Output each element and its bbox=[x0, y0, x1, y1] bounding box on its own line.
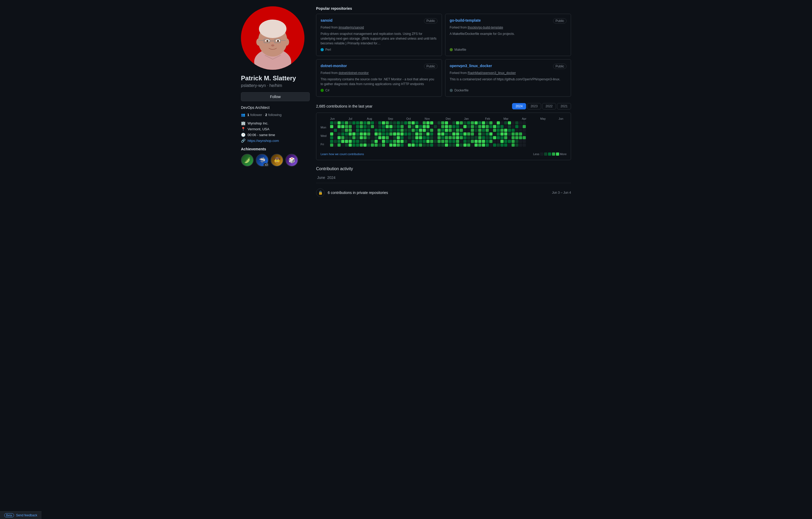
graph-cell-23-2[interactable] bbox=[415, 129, 418, 132]
graph-cell-25-1[interactable] bbox=[423, 125, 426, 128]
graph-cell-19-6[interactable] bbox=[401, 144, 404, 147]
achievement-badge-1[interactable]: 🫛 bbox=[241, 154, 254, 166]
graph-cell-6-5[interactable] bbox=[352, 140, 355, 143]
graph-cell-31-4[interactable] bbox=[445, 136, 448, 139]
graph-cell-48-1[interactable] bbox=[508, 125, 511, 128]
graph-cell-9-0[interactable] bbox=[364, 121, 367, 124]
graph-cell-8-4[interactable] bbox=[360, 136, 363, 139]
graph-cell-32-3[interactable] bbox=[448, 132, 452, 135]
graph-cell-28-3[interactable] bbox=[434, 132, 437, 135]
graph-cell-24-5[interactable] bbox=[419, 140, 422, 143]
graph-cell-11-6[interactable] bbox=[371, 144, 374, 147]
fork-link-sanoid[interactable]: jimsalterjrs/sanoid bbox=[339, 26, 364, 29]
graph-cell-50-1[interactable] bbox=[515, 125, 518, 128]
graph-cell-44-6[interactable] bbox=[493, 144, 496, 147]
graph-cell-29-3[interactable] bbox=[437, 132, 441, 135]
graph-cell-47-0[interactable] bbox=[504, 121, 507, 124]
graph-cell-46-3[interactable] bbox=[500, 132, 503, 135]
graph-cell-2-2[interactable] bbox=[338, 129, 341, 132]
following-link[interactable]: 2 bbox=[265, 113, 267, 117]
graph-cell-0-0[interactable] bbox=[330, 121, 333, 124]
graph-cell-3-4[interactable] bbox=[341, 136, 344, 139]
graph-cell-15-4[interactable] bbox=[386, 136, 389, 139]
graph-cell-25-2[interactable] bbox=[423, 129, 426, 132]
graph-cell-41-5[interactable] bbox=[482, 140, 485, 143]
graph-cell-1-6[interactable] bbox=[334, 144, 337, 147]
graph-cell-6-0[interactable] bbox=[352, 121, 355, 124]
graph-cell-20-2[interactable] bbox=[404, 129, 407, 132]
graph-cell-40-6[interactable] bbox=[478, 144, 482, 147]
graph-cell-25-0[interactable] bbox=[423, 121, 426, 124]
graph-cell-23-6[interactable] bbox=[415, 144, 418, 147]
graph-cell-29-0[interactable] bbox=[437, 121, 441, 124]
graph-cell-52-0[interactable] bbox=[523, 121, 526, 124]
graph-cell-52-6[interactable] bbox=[523, 144, 526, 147]
graph-cell-20-6[interactable] bbox=[404, 144, 407, 147]
graph-cell-33-6[interactable] bbox=[452, 144, 456, 147]
graph-cell-32-6[interactable] bbox=[448, 144, 452, 147]
fork-link-openvpn[interactable]: RaphMad/openvpn3_linux_docker bbox=[468, 71, 516, 75]
graph-cell-31-6[interactable] bbox=[445, 144, 448, 147]
graph-cell-18-2[interactable] bbox=[397, 129, 400, 132]
graph-cell-41-3[interactable] bbox=[482, 132, 485, 135]
graph-cell-9-1[interactable] bbox=[364, 125, 367, 128]
graph-cell-35-5[interactable] bbox=[460, 140, 463, 143]
graph-cell-30-0[interactable] bbox=[441, 121, 444, 124]
graph-cell-4-0[interactable] bbox=[345, 121, 348, 124]
graph-cell-29-2[interactable] bbox=[437, 129, 441, 132]
graph-cell-27-3[interactable] bbox=[430, 132, 433, 135]
graph-cell-11-0[interactable] bbox=[371, 121, 374, 124]
graph-cell-0-5[interactable] bbox=[330, 140, 333, 143]
achievement-badge-4[interactable]: 🎲 bbox=[285, 154, 298, 166]
graph-cell-33-1[interactable] bbox=[452, 125, 456, 128]
graph-cell-39-1[interactable] bbox=[474, 125, 478, 128]
graph-cell-23-3[interactable] bbox=[415, 132, 418, 135]
graph-cell-34-3[interactable] bbox=[456, 132, 459, 135]
graph-cell-34-5[interactable] bbox=[456, 140, 459, 143]
graph-cell-23-4[interactable] bbox=[415, 136, 418, 139]
graph-cell-26-1[interactable] bbox=[426, 125, 430, 128]
graph-cell-46-0[interactable] bbox=[500, 121, 503, 124]
graph-cell-14-6[interactable] bbox=[382, 144, 385, 147]
graph-cell-41-2[interactable] bbox=[482, 129, 485, 132]
graph-cell-50-2[interactable] bbox=[515, 129, 518, 132]
graph-cell-19-2[interactable] bbox=[401, 129, 404, 132]
graph-cell-3-0[interactable] bbox=[341, 121, 344, 124]
graph-cell-32-4[interactable] bbox=[448, 136, 452, 139]
graph-cell-42-1[interactable] bbox=[486, 125, 489, 128]
graph-cell-5-3[interactable] bbox=[349, 132, 352, 135]
graph-cell-13-1[interactable] bbox=[378, 125, 381, 128]
graph-cell-43-0[interactable] bbox=[489, 121, 492, 124]
graph-cell-50-0[interactable] bbox=[515, 121, 518, 124]
graph-cell-10-4[interactable] bbox=[367, 136, 370, 139]
graph-cell-10-6[interactable] bbox=[367, 144, 370, 147]
graph-cell-13-5[interactable] bbox=[378, 140, 381, 143]
graph-cell-23-0[interactable] bbox=[415, 121, 418, 124]
graph-cell-9-5[interactable] bbox=[364, 140, 367, 143]
graph-cell-46-1[interactable] bbox=[500, 125, 503, 128]
graph-cell-50-3[interactable] bbox=[515, 132, 518, 135]
graph-cell-47-2[interactable] bbox=[504, 129, 507, 132]
graph-cell-6-1[interactable] bbox=[352, 125, 355, 128]
graph-cell-21-5[interactable] bbox=[408, 140, 411, 143]
graph-cell-12-6[interactable] bbox=[375, 144, 378, 147]
graph-cell-23-1[interactable] bbox=[415, 125, 418, 128]
graph-cell-30-1[interactable] bbox=[441, 125, 444, 128]
graph-cell-11-5[interactable] bbox=[371, 140, 374, 143]
graph-cell-0-4[interactable] bbox=[330, 136, 333, 139]
year-btn-2022[interactable]: 2022 bbox=[542, 103, 556, 110]
graph-cell-1-2[interactable] bbox=[334, 129, 337, 132]
graph-cell-42-6[interactable] bbox=[486, 144, 489, 147]
graph-cell-47-5[interactable] bbox=[504, 140, 507, 143]
graph-cell-22-6[interactable] bbox=[411, 144, 415, 147]
graph-cell-16-2[interactable] bbox=[389, 129, 393, 132]
graph-cell-12-5[interactable] bbox=[375, 140, 378, 143]
graph-cell-34-4[interactable] bbox=[456, 136, 459, 139]
graph-cell-34-1[interactable] bbox=[456, 125, 459, 128]
graph-cell-17-0[interactable] bbox=[393, 121, 396, 124]
graph-cell-38-5[interactable] bbox=[471, 140, 474, 143]
graph-cell-52-3[interactable] bbox=[523, 132, 526, 135]
graph-cell-43-6[interactable] bbox=[489, 144, 492, 147]
graph-cell-24-2[interactable] bbox=[419, 129, 422, 132]
graph-cell-10-5[interactable] bbox=[367, 140, 370, 143]
